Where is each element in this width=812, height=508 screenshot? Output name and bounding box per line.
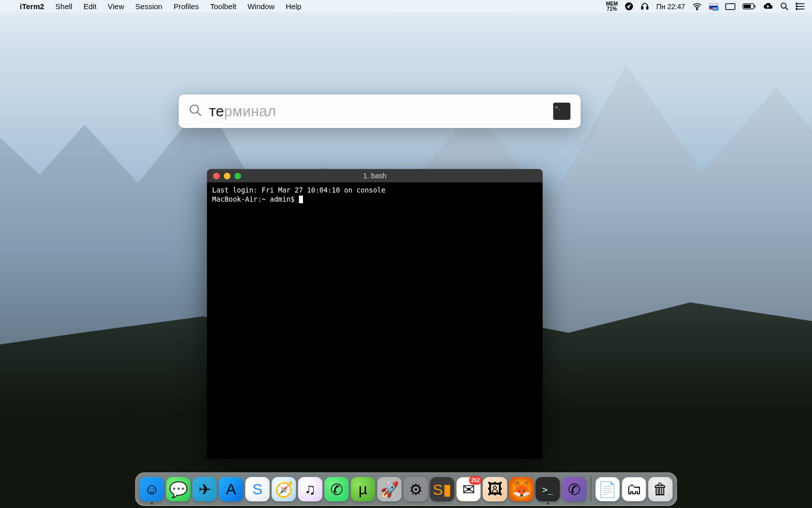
dock-mail[interactable]: ✉252 [456,477,481,501]
dock-finder[interactable]: ☺ [140,477,164,501]
svg-point-15 [796,9,797,10]
terminal-titlebar[interactable]: 1. bash [207,169,543,182]
window-close-button[interactable] [213,173,220,179]
language-flag[interactable]: PC [709,4,718,10]
running-indicator [547,502,549,504]
menu-shell[interactable]: Shell [50,2,78,11]
spotlight-input[interactable]: терминал [209,103,276,120]
display-icon[interactable] [725,3,735,10]
terminal-title: 1. bash [207,172,543,180]
dock-messages[interactable]: 💬 [166,477,190,501]
dock-telegram[interactable]: ✈ [192,477,217,501]
dock-appstore[interactable]: A [219,477,243,501]
location-icon[interactable] [625,2,633,11]
window-zoom-button[interactable] [234,173,241,179]
menu-bar: iTerm2 ShellEditViewSessionProfilesToolb… [0,0,812,13]
terminal-content[interactable]: Last login: Fri Mar 27 10:04:10 on conso… [207,182,543,459]
dock-iterm[interactable]: >_ [535,477,560,501]
spotlight-top-hit-icon[interactable]: >_ [553,103,570,120]
running-indicator [151,502,153,504]
menu-clock[interactable]: Пн 22:47 [656,3,685,11]
notification-center-icon[interactable] [796,3,805,10]
dock-badge: 252 [469,476,482,485]
svg-rect-6 [754,5,755,7]
dock-itunes[interactable]: ♫ [298,477,322,501]
memory-status[interactable]: MEM 71% [606,2,618,12]
svg-point-8 [781,3,786,8]
dock-firefox[interactable]: 🦊 [509,477,533,501]
search-icon [189,104,202,119]
dock-safari[interactable]: 🧭 [272,477,296,501]
dock-separator [590,476,591,501]
dock-sogou[interactable]: S [245,477,269,501]
dock-trash[interactable]: 🗑 [648,477,672,501]
dock-settings[interactable]: ⚙ [403,477,428,501]
svg-point-14 [796,6,797,7]
wifi-icon[interactable] [692,3,702,10]
dock-sublime[interactable]: S▮ [430,477,454,501]
menu-view[interactable]: View [102,2,129,11]
dock-utorrent[interactable]: µ [351,477,375,501]
menu-app-name[interactable]: iTerm2 [14,2,50,11]
svg-rect-4 [726,4,735,10]
headphones-icon[interactable] [640,2,649,11]
spotlight-search[interactable]: терминал >_ [179,94,581,128]
spotlight-icon[interactable] [780,2,789,11]
cloud-sync-icon[interactable] [763,3,773,10]
battery-icon[interactable] [742,3,756,10]
menu-session[interactable]: Session [130,2,168,11]
terminal-cursor [299,196,303,203]
menu-help[interactable]: Help [280,2,307,11]
terminal-window[interactable]: 1. bash Last login: Fri Mar 27 10:04:10 … [207,169,543,459]
svg-rect-2 [647,7,648,9]
menu-profiles[interactable]: Profiles [168,2,205,11]
dock-launchpad[interactable]: 🚀 [377,477,401,501]
svg-point-16 [190,105,198,113]
dock-whatsapp[interactable]: ✆ [324,477,349,501]
menu-toolbelt[interactable]: Toolbelt [205,2,242,11]
svg-point-3 [696,9,697,10]
dock-document[interactable]: 📄 [595,477,620,501]
dock-desktop-stack[interactable]: 🗂 [622,477,646,501]
svg-line-9 [786,8,788,10]
svg-line-17 [197,112,201,116]
menu-edit[interactable]: Edit [78,2,102,11]
svg-rect-1 [641,7,643,9]
dock-photos[interactable]: 🖼 [483,477,507,501]
window-minimize-button[interactable] [224,173,230,179]
dock: ☺💬✈AS🧭♫✆µ🚀⚙S▮✉252🖼🦊>_✆ 📄🗂🗑 [135,472,677,506]
svg-point-13 [796,3,797,4]
menu-window[interactable]: Window [242,2,280,11]
svg-rect-7 [744,5,751,8]
dock-viber[interactable]: ✆ [562,477,586,501]
